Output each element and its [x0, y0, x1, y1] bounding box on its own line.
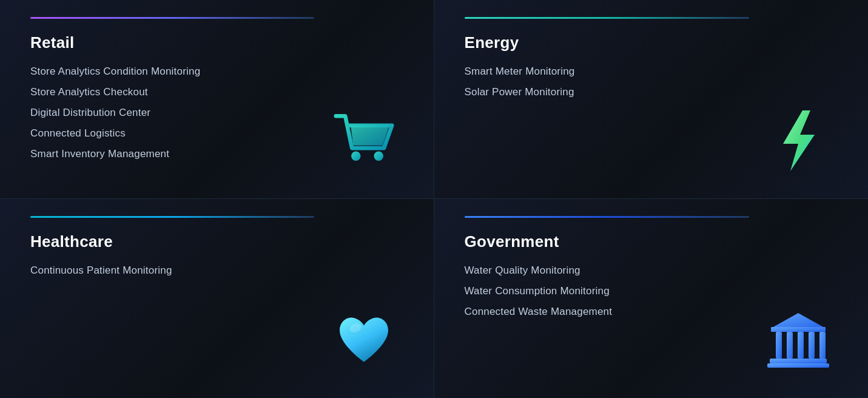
cart-icon — [331, 107, 397, 174]
energy-item-1[interactable]: Smart Meter Monitoring — [465, 66, 844, 78]
svg-rect-7 — [787, 332, 793, 359]
svg-rect-12 — [767, 363, 829, 368]
energy-quadrant: Energy Smart Meter Monitoring Solar Powe… — [434, 0, 869, 199]
government-quadrant: Government Water Quality Monitoring Wate… — [434, 199, 869, 398]
svg-rect-6 — [776, 332, 782, 359]
svg-rect-9 — [809, 332, 815, 359]
government-title: Government — [465, 232, 844, 251]
svg-rect-11 — [770, 359, 827, 363]
bank-icon — [765, 307, 832, 374]
svg-point-0 — [351, 152, 360, 161]
energy-item-2[interactable]: Solar Power Monitoring — [465, 86, 844, 98]
retail-item-2[interactable]: Store Analytics Checkout — [30, 86, 409, 98]
svg-rect-5 — [771, 327, 826, 332]
healthcare-items-list: Continuous Patient Monitoring — [30, 265, 409, 277]
page-wrapper: Retail Store Analytics Condition Monitor… — [0, 0, 868, 398]
svg-rect-10 — [819, 332, 826, 359]
healthcare-title: Healthcare — [30, 232, 409, 251]
retail-title: Retail — [30, 33, 409, 52]
svg-marker-4 — [771, 313, 826, 328]
healthcare-item-1[interactable]: Continuous Patient Monitoring — [30, 265, 409, 277]
svg-point-1 — [374, 152, 383, 161]
svg-marker-2 — [783, 110, 815, 171]
retail-item-1[interactable]: Store Analytics Condition Monitoring — [30, 66, 409, 78]
heart-icon — [331, 307, 397, 374]
government-item-1[interactable]: Water Quality Monitoring — [465, 265, 844, 277]
government-item-2[interactable]: Water Consumption Monitoring — [465, 285, 844, 297]
energy-items-list: Smart Meter Monitoring Solar Power Monit… — [465, 66, 844, 98]
svg-rect-8 — [798, 332, 804, 359]
energy-title: Energy — [465, 33, 844, 52]
lightning-icon — [765, 107, 832, 174]
retail-quadrant: Retail Store Analytics Condition Monitor… — [0, 0, 434, 199]
healthcare-quadrant: Healthcare Continuous Patient Monitoring — [0, 199, 434, 398]
